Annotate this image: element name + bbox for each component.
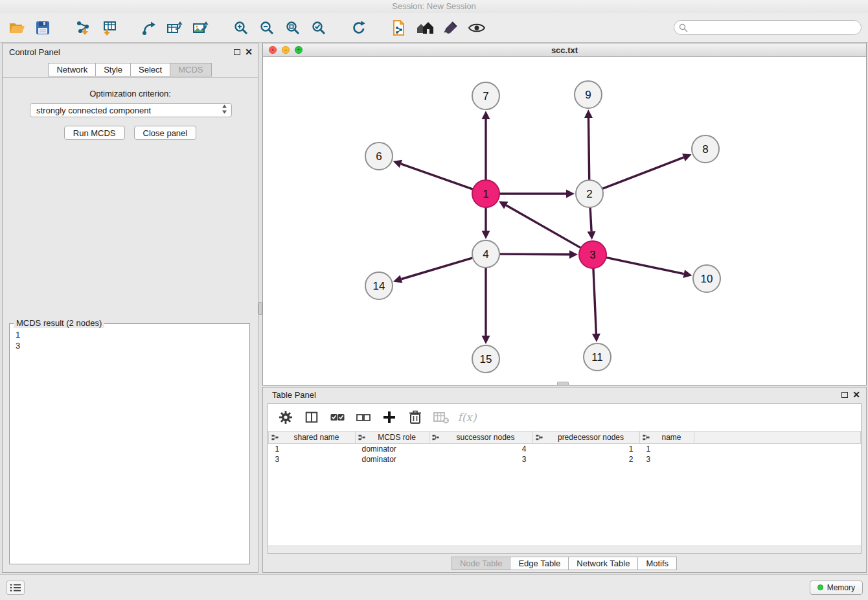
graph-edge[interactable] (499, 254, 569, 255)
table-cell[interactable]: dominator (356, 454, 429, 465)
criterion-select[interactable]: strongly connected component (30, 103, 232, 117)
table-header-row: shared nameMCDS rolesuccessor nodesprede… (269, 432, 861, 444)
refresh-view-button[interactable] (348, 17, 369, 38)
show-graphics-details-button[interactable] (466, 17, 487, 38)
splitter-handle-horizontal[interactable] (557, 382, 569, 386)
graph-edge-arrow-icon (566, 190, 575, 198)
network-window-titlebar[interactable]: scc.txt (263, 43, 866, 57)
save-icon (35, 20, 51, 36)
column-header-label: shared name (293, 433, 339, 442)
close-panel-icon[interactable] (852, 391, 860, 398)
table-cell[interactable]: 3 (269, 454, 356, 465)
import-network-button[interactable] (73, 17, 93, 38)
tab-select[interactable]: Select (130, 63, 170, 76)
graph-edge[interactable] (602, 157, 684, 189)
table-cell[interactable]: 1 (640, 444, 694, 454)
zoom-in-button[interactable] (231, 17, 251, 38)
show-columns-button[interactable] (303, 409, 320, 426)
graph-edge[interactable] (606, 257, 684, 273)
add-icon (382, 410, 397, 425)
table-cell[interactable]: dominator (356, 444, 429, 454)
window-minimize-icon[interactable] (282, 46, 290, 54)
mcds-result-box: MCDS result (2 nodes) 13 (9, 323, 250, 564)
table-cell[interactable]: 3 (640, 454, 694, 465)
zoom-out-button[interactable] (257, 17, 277, 38)
export-image-icon (192, 20, 209, 36)
graph-edge[interactable] (402, 258, 473, 279)
delete-table-button[interactable] (433, 409, 450, 426)
tab-mcds[interactable]: MCDS (170, 63, 211, 76)
zoom-selected-button[interactable] (308, 17, 329, 38)
task-history-button[interactable] (6, 581, 25, 595)
delete-row-button[interactable] (407, 409, 424, 426)
close-panel-button[interactable]: Close panel (134, 126, 197, 140)
window-maximize-icon[interactable] (295, 46, 303, 54)
network-window-title: scc.txt (263, 45, 866, 55)
tab-node-table[interactable]: Node Table (451, 557, 511, 570)
save-session-button[interactable] (32, 17, 53, 38)
graph-edge[interactable] (401, 164, 473, 189)
graph-node-label: 4 (483, 248, 488, 260)
import-table-button[interactable] (98, 17, 119, 38)
zoom-fit-button[interactable] (282, 17, 303, 38)
column-header[interactable]: shared name (269, 432, 356, 444)
select-all-button[interactable] (329, 409, 346, 426)
splitter-handle-vertical[interactable] (258, 302, 262, 315)
memory-status-icon (817, 584, 823, 590)
run-mcds-button[interactable]: Run MCDS (64, 126, 125, 140)
open-folder-icon (8, 20, 25, 36)
open-document-button[interactable] (389, 17, 409, 38)
table-settings-button[interactable] (277, 409, 294, 426)
tab-network-table[interactable]: Network Table (568, 557, 638, 570)
main-toolbar (0, 13, 868, 43)
memory-button[interactable]: Memory (810, 581, 863, 595)
graph-node-label: 8 (702, 143, 708, 156)
style-brush-button[interactable] (440, 17, 461, 38)
export-table-icon (166, 20, 183, 36)
close-panel-icon[interactable] (245, 48, 253, 56)
export-network-button[interactable] (139, 17, 159, 38)
horizontal-scrollbar[interactable] (268, 546, 861, 553)
add-row-button[interactable] (381, 409, 398, 426)
table-row[interactable]: 1dominator411 (269, 444, 861, 454)
graph-edge-arrow-icon (393, 275, 402, 283)
table-cell[interactable]: 1 (533, 444, 640, 454)
deselect-all-button[interactable] (355, 409, 372, 426)
tab-style[interactable]: Style (95, 63, 131, 76)
float-panel-icon[interactable] (234, 49, 240, 55)
column-header[interactable]: predecessor nodes (533, 432, 640, 444)
home-button[interactable] (415, 17, 435, 38)
open-session-button[interactable] (6, 17, 27, 38)
table-panel: Table Panel (262, 387, 867, 573)
export-image-button[interactable] (190, 17, 211, 38)
network-canvas[interactable]: 7968124314101511 (263, 57, 866, 385)
table-panel-body: f(x) shared nameMCDS rolesuccessor nodes… (268, 403, 862, 554)
mcds-result-values: 13 (10, 324, 249, 356)
graph-edge[interactable] (506, 205, 580, 248)
table-cell[interactable]: 2 (533, 454, 640, 465)
network-graph[interactable]: 7968124314101511 (263, 57, 866, 386)
column-header[interactable]: successor nodes (429, 432, 533, 444)
window-close-icon[interactable] (269, 46, 277, 54)
column-header[interactable]: MCDS role (356, 432, 429, 444)
tab-edge-table[interactable]: Edge Table (510, 557, 569, 570)
column-header[interactable]: name (640, 432, 694, 444)
search-input[interactable] (674, 20, 862, 35)
tab-network[interactable]: Network (48, 63, 96, 76)
node-table: shared nameMCDS rolesuccessor nodesprede… (268, 431, 861, 465)
table-cell[interactable]: 3 (429, 454, 533, 465)
refresh-icon (351, 20, 367, 36)
criterion-selected-value: strongly connected component (36, 106, 151, 115)
table-cell[interactable]: 4 (429, 444, 533, 454)
graph-edge[interactable] (593, 268, 596, 334)
tab-motifs[interactable]: Motifs (637, 557, 677, 570)
function-builder-button[interactable]: f(x) (459, 409, 475, 426)
table-row[interactable]: 3dominator323 (269, 454, 861, 465)
graph-edge[interactable] (588, 118, 589, 180)
search-box (674, 20, 862, 35)
table-cell[interactable]: 1 (269, 444, 356, 454)
export-table-button[interactable] (165, 17, 185, 38)
mcds-result-value: 3 (16, 340, 244, 351)
float-panel-icon[interactable] (841, 392, 848, 398)
graph-edge[interactable] (590, 207, 591, 231)
